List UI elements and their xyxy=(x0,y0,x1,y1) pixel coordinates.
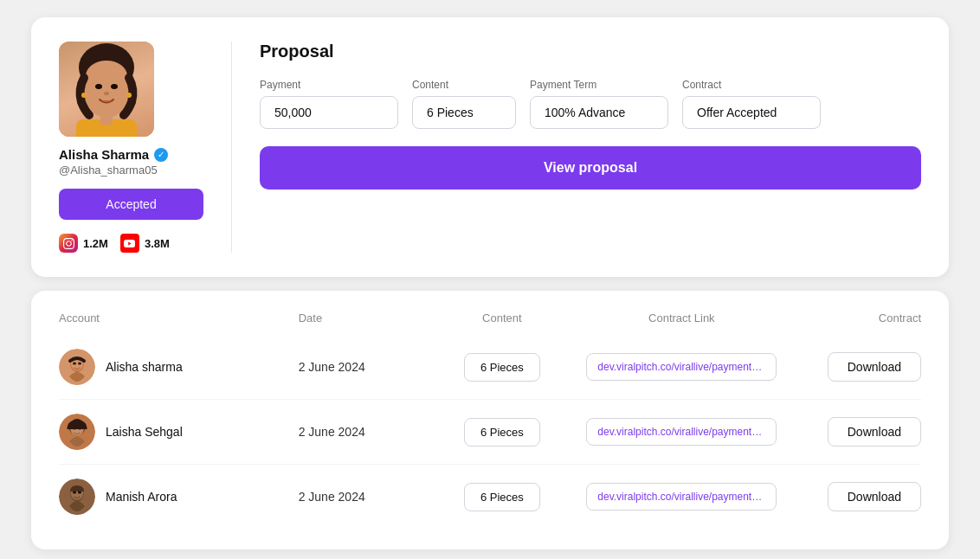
profile-name: Alisha Sharma xyxy=(59,147,149,162)
payment-label: Payment xyxy=(260,79,398,91)
th-content: Content xyxy=(442,312,562,324)
profile-avatar-svg xyxy=(59,42,154,137)
payment-term-field-group: Payment Term 100% Advance xyxy=(530,79,668,129)
contract-link-2: dev.viralpitch.co/virallive/payment&agre… xyxy=(586,483,777,511)
proposal-fields: Payment 50,000 Content 6 Pieces Payment … xyxy=(260,79,921,129)
payment-field-group: Payment 50,000 xyxy=(260,79,398,129)
svg-point-15 xyxy=(78,363,81,365)
content-field-group: Content 6 Pieces xyxy=(412,79,516,129)
th-contract-link: Contract Link xyxy=(562,312,802,324)
account-cell-1: Laisha Sehgal xyxy=(59,414,299,450)
content-label: Content xyxy=(412,79,516,91)
svg-point-14 xyxy=(73,363,76,365)
account-cell-0: Alisha sharma xyxy=(59,349,299,385)
account-cell-2: Manish Arora xyxy=(59,479,299,515)
account-name-2: Manish Arora xyxy=(106,490,177,504)
payment-input: 50,000 xyxy=(260,96,398,129)
link-cell-2: dev.viralpitch.co/virallive/payment&agre… xyxy=(562,483,802,511)
content-cell-2: 6 Pieces xyxy=(442,483,562,511)
table-row: Manish Arora 2 June 2024 6 Pieces dev.vi… xyxy=(59,465,921,529)
svg-point-3 xyxy=(86,61,127,92)
account-name-0: Alisha sharma xyxy=(106,360,183,374)
youtube-count: 3.8M xyxy=(145,237,170,250)
date-cell-2: 2 June 2024 xyxy=(299,490,442,504)
youtube-icon xyxy=(120,234,139,253)
social-stats-row: 1.2M 3.8M xyxy=(59,234,170,253)
contract-input: Offer Accepted xyxy=(682,96,821,129)
payment-term-input: 100% Advance xyxy=(530,96,668,129)
contract-label: Contract xyxy=(682,79,821,91)
svg-rect-8 xyxy=(100,111,113,125)
contracts-table-card: Account Date Content Contract Link Contr… xyxy=(31,291,949,549)
contract-field-group: Contract Offer Accepted xyxy=(682,79,821,129)
contract-link-0: dev.viralpitch.co/virallive/payment&agre… xyxy=(586,353,777,381)
th-contract: Contract xyxy=(802,312,921,324)
row-avatar-1 xyxy=(59,414,95,450)
profile-section: Alisha Sharma ✓ @Alisha_sharma05 Accepte… xyxy=(59,42,232,253)
proposal-title: Proposal xyxy=(260,42,921,61)
table-header: Account Date Content Contract Link Contr… xyxy=(59,312,921,335)
link-cell-0: dev.viralpitch.co/virallive/payment&agre… xyxy=(562,353,802,381)
profile-avatar xyxy=(59,42,154,137)
download-cell-1: Download xyxy=(802,417,921,447)
date-cell-0: 2 June 2024 xyxy=(299,360,442,374)
svg-point-5 xyxy=(111,84,118,89)
svg-point-9 xyxy=(81,93,87,98)
proposal-section: Proposal Payment 50,000 Content 6 Pieces… xyxy=(260,42,921,253)
th-account: Account xyxy=(59,312,299,324)
svg-point-6 xyxy=(104,92,109,95)
download-cell-0: Download xyxy=(802,352,921,382)
content-cell-1: 6 Pieces xyxy=(442,418,562,447)
row-avatar-0 xyxy=(59,349,95,385)
youtube-stat: 3.8M xyxy=(120,234,170,253)
accepted-button[interactable]: Accepted xyxy=(59,189,203,220)
content-input: 6 Pieces xyxy=(412,96,516,129)
table-row: Alisha sharma 2 June 2024 6 Pieces dev.v… xyxy=(59,335,921,400)
account-name-1: Laisha Sehgal xyxy=(106,425,183,439)
instagram-icon xyxy=(59,234,78,253)
contract-link-1: dev.viralpitch.co/virallive/payment&agre… xyxy=(586,418,777,446)
download-button-0[interactable]: Download xyxy=(828,352,921,382)
svg-point-10 xyxy=(126,93,132,98)
download-button-2[interactable]: Download xyxy=(828,482,921,511)
content-badge-2: 6 Pieces xyxy=(464,483,540,511)
profile-handle: @Alisha_sharma05 xyxy=(59,164,158,177)
table-row: Laisha Sehgal 2 June 2024 6 Pieces dev.v… xyxy=(59,400,921,465)
verified-badge-icon: ✓ xyxy=(154,148,168,162)
svg-point-4 xyxy=(95,84,102,89)
th-date: Date xyxy=(299,312,442,324)
instagram-stat: 1.2M xyxy=(59,234,108,253)
instagram-count: 1.2M xyxy=(83,237,108,250)
link-cell-1: dev.viralpitch.co/virallive/payment&agre… xyxy=(562,418,802,446)
download-button-1[interactable]: Download xyxy=(828,417,921,447)
proposal-card: Alisha Sharma ✓ @Alisha_sharma05 Accepte… xyxy=(31,17,949,277)
content-badge-1: 6 Pieces xyxy=(464,418,540,447)
content-badge-0: 6 Pieces xyxy=(464,353,540,382)
date-cell-1: 2 June 2024 xyxy=(299,425,442,439)
view-proposal-button[interactable]: View proposal xyxy=(260,146,921,190)
profile-name-row: Alisha Sharma ✓ xyxy=(59,147,168,162)
row-avatar-2 xyxy=(59,479,95,515)
payment-term-label: Payment Term xyxy=(530,79,668,91)
content-cell-0: 6 Pieces xyxy=(442,353,562,382)
download-cell-2: Download xyxy=(802,482,921,511)
